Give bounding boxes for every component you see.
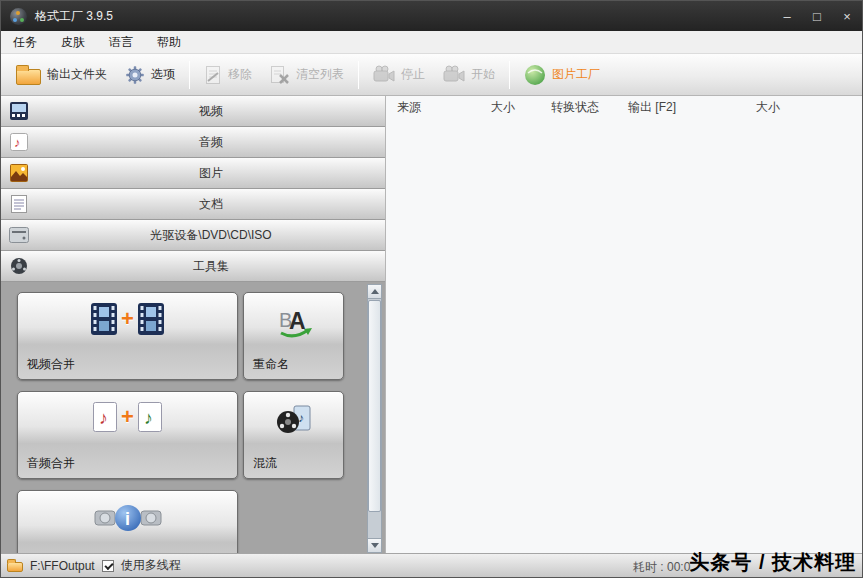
remove-label: 移除	[228, 66, 252, 83]
music-note-icon: ♪	[1, 133, 37, 151]
column-header-size[interactable]: 大小	[491, 99, 551, 116]
tool-label: 视频合并	[27, 356, 75, 373]
category-panel: 视频 ♪ 音频 图片	[1, 96, 385, 555]
svg-text:♪: ♪	[144, 408, 153, 428]
arrow-down-icon	[371, 543, 379, 548]
task-list-panel: 来源 大小 转换状态 输出 [F2] 大小	[385, 96, 863, 555]
menu-bar: 任务 皮肤 语言 帮助	[1, 31, 862, 54]
toolbar-separator	[509, 61, 510, 89]
column-header-output-size[interactable]: 大小	[756, 99, 863, 116]
picture-factory-label: 图片工厂	[552, 66, 600, 83]
output-folder-label: 输出文件夹	[47, 66, 107, 83]
category-label: 工具集	[37, 258, 385, 275]
tool-label: 混流	[253, 455, 277, 472]
menu-language[interactable]: 语言	[97, 31, 145, 54]
task-table-header: 来源 大小 转换状态 输出 [F2] 大小	[386, 96, 863, 118]
document-icon	[1, 195, 37, 213]
multithread-label: 使用多线程	[121, 557, 181, 574]
format-factory-window: 格式工厂 3.9.5 – □ × 任务 皮肤 语言 帮助 输出文件夹	[0, 0, 863, 578]
picture-factory-icon	[524, 64, 546, 86]
stop-button[interactable]: 停止	[364, 61, 434, 89]
menu-help[interactable]: 帮助	[145, 31, 193, 54]
category-label: 光驱设备\DVD\CD\ISO	[37, 227, 385, 244]
options-label: 选项	[151, 66, 175, 83]
app-icon	[10, 8, 27, 25]
column-header-convert-state[interactable]: 转换状态	[551, 99, 628, 116]
film-reel-icon	[1, 257, 37, 275]
video-join-icon: +	[18, 303, 237, 335]
svg-text:i: i	[125, 509, 130, 529]
column-header-output[interactable]: 输出 [F2]	[628, 99, 756, 116]
film-icon	[1, 102, 37, 120]
clear-list-icon	[270, 65, 290, 85]
elapsed-time-text: 耗时 : 00:0	[633, 559, 690, 576]
options-button[interactable]: 选项	[116, 61, 184, 89]
category-label: 图片	[37, 165, 385, 182]
menu-skin[interactable]: 皮肤	[49, 31, 97, 54]
menu-tasks[interactable]: 任务	[1, 31, 49, 54]
stop-label: 停止	[401, 66, 425, 83]
clear-list-label: 清空列表	[296, 66, 344, 83]
sidebar-item-document[interactable]: 文档	[1, 189, 385, 220]
picture-factory-button[interactable]: 图片工厂	[515, 60, 609, 90]
svg-text:A: A	[289, 308, 306, 334]
rename-button[interactable]: B A 重命名	[243, 292, 344, 380]
stop-icon	[373, 65, 395, 85]
gear-icon	[125, 65, 145, 85]
title-bar: 格式工厂 3.9.5 – □ ×	[1, 1, 862, 31]
maximize-button[interactable]: □	[802, 1, 832, 31]
svg-text:♪: ♪	[99, 408, 108, 428]
window-controls: – □ ×	[772, 1, 862, 31]
folder-icon	[16, 69, 41, 85]
rename-icon: B A	[244, 303, 343, 339]
picture-icon	[1, 164, 37, 182]
watermark: 头条号 / 技术料理	[689, 549, 856, 576]
remove-icon	[204, 65, 222, 85]
output-folder-button[interactable]: 输出文件夹	[7, 61, 116, 89]
scroll-up-button[interactable]	[368, 285, 381, 299]
minimize-button[interactable]: –	[772, 1, 802, 31]
sidebar-item-picture[interactable]: 图片	[1, 158, 385, 189]
toolset-panel: + 视频合并 B A	[1, 282, 385, 555]
video-join-button[interactable]: + 视频合并	[17, 292, 238, 380]
status-bar: F:\FFOutput 使用多线程 耗时 : 00:0 头条号 / 技术料理	[1, 553, 862, 577]
start-icon	[443, 65, 465, 85]
mux-icon: ♪	[244, 402, 343, 436]
audio-join-icon: ♪ + ♪	[18, 402, 237, 432]
disc-drive-icon	[1, 227, 37, 243]
toolbar-separator	[189, 61, 190, 89]
plus-icon: +	[121, 308, 134, 330]
toolbar: 输出文件夹 选项	[1, 54, 862, 96]
scrollbar-thumb[interactable]	[368, 300, 381, 512]
arrow-up-icon	[371, 289, 379, 294]
media-info-button[interactable]: i	[17, 490, 238, 555]
tool-label: 重命名	[253, 356, 289, 373]
scroll-down-button[interactable]	[368, 538, 381, 552]
close-button[interactable]: ×	[832, 1, 862, 31]
sidebar-item-audio[interactable]: ♪ 音频	[1, 127, 385, 158]
sidebar-item-video[interactable]: 视频	[1, 96, 385, 127]
toolbar-separator	[358, 61, 359, 89]
column-header-source[interactable]: 来源	[386, 99, 491, 116]
window-title: 格式工厂 3.9.5	[35, 8, 113, 25]
mux-button[interactable]: ♪ 混流	[243, 391, 344, 479]
output-path-text[interactable]: F:\FFOutput	[30, 559, 95, 573]
remove-button[interactable]: 移除	[195, 61, 261, 89]
output-path-folder-icon	[7, 562, 23, 572]
media-info-icon: i	[18, 501, 237, 535]
sidebar-item-toolset[interactable]: 工具集	[1, 251, 385, 282]
sidebar-item-rom-device[interactable]: 光驱设备\DVD\CD\ISO	[1, 220, 385, 251]
toolset-scrollbar[interactable]	[367, 284, 382, 553]
audio-join-button[interactable]: ♪ + ♪ 音频合并	[17, 391, 238, 479]
start-label: 开始	[471, 66, 495, 83]
start-button[interactable]: 开始	[434, 61, 504, 89]
category-label: 音频	[37, 134, 385, 151]
clear-list-button[interactable]: 清空列表	[261, 61, 353, 89]
multithread-checkbox[interactable]	[102, 560, 114, 572]
category-label: 视频	[37, 103, 385, 120]
category-label: 文档	[37, 196, 385, 213]
tool-label: 音频合并	[27, 455, 75, 472]
plus-icon: +	[121, 406, 134, 428]
svg-text:♪: ♪	[14, 135, 21, 150]
